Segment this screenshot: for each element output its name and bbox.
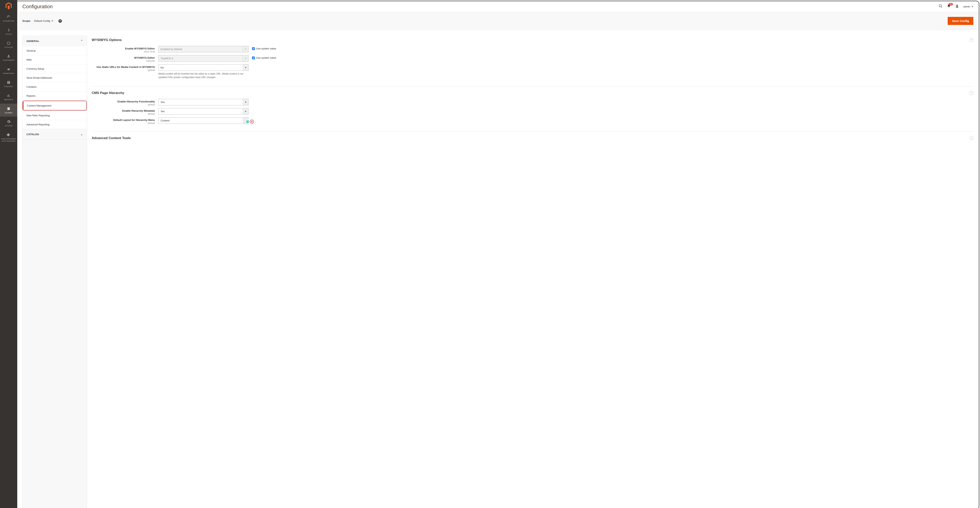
search-icon[interactable] (939, 4, 943, 9)
config-nav: GENERAL ⌃ General Web Currency Setup Sto… (22, 36, 87, 508)
collapse-icon: ⌃ (969, 38, 973, 42)
nav-label: SALES (6, 33, 12, 35)
scope-bar: Scope: Default Config ▼ ? Save Config (18, 12, 979, 30)
field-label: Enable Hierarchy Functionality (118, 100, 155, 103)
admin-user-label: admin (963, 5, 970, 8)
caret-down-icon: ▼ (971, 5, 973, 8)
nav-partners[interactable]: FIND PARTNERS & EXTENSIONS (1, 130, 17, 145)
section-header-wysiwyg[interactable]: WYSIWYG Options ⌃ (92, 36, 973, 46)
select-value: Yes (159, 101, 243, 104)
help-icon[interactable]: ? (59, 19, 62, 23)
person-icon (6, 54, 11, 59)
nav-label: MARKETING (3, 72, 14, 75)
field-label: WYSIWYG Editor (134, 56, 155, 59)
gear-icon (6, 119, 11, 124)
config-item-content-management[interactable]: Content Management (23, 101, 86, 110)
nav-stores[interactable]: STORES (1, 104, 17, 117)
nav-label: CONTENT (4, 86, 13, 88)
select-value: Yes (159, 110, 243, 113)
field-scope: [global] (92, 113, 155, 115)
field-wysiwyg-editor: WYSIWYG Editor [website] TinyMCE 4 ▼ Use… (92, 55, 973, 62)
chevron-down-icon: ⌄ (81, 133, 83, 136)
nav-system[interactable]: SYSTEM (1, 117, 17, 130)
caret-down-icon: ▼ (51, 20, 53, 22)
svg-line-1 (941, 7, 942, 8)
nav-dashboard[interactable]: DASHBOARD (1, 12, 17, 25)
nav-sales[interactable]: SALES (1, 25, 17, 38)
config-group-label: GENERAL (27, 40, 40, 43)
use-system-label: Use system value (256, 56, 276, 59)
enable-wysiwyg-select[interactable]: Enabled by Default ▼ (158, 46, 248, 53)
field-label: Enable Hierarchy Metadata (122, 109, 155, 112)
section-title: Advanced Content Tools (92, 136, 131, 140)
config-item-reports[interactable]: Reports (22, 91, 87, 100)
config-group-label: CATALOG (27, 133, 39, 136)
wysiwyg-editor-select[interactable]: TinyMCE 4 ▼ (158, 55, 248, 62)
layout-icon (6, 80, 11, 85)
caret-down-icon: ▼ (243, 108, 248, 114)
nav-label: SYSTEM (5, 125, 13, 127)
dollar-icon (6, 28, 11, 32)
svg-point-0 (939, 5, 942, 7)
config-item-advanced-reporting[interactable]: Advanced Reporting (22, 120, 87, 129)
chart-icon (6, 93, 11, 98)
expand-icon: ⌄ (969, 136, 973, 140)
puzzle-icon (6, 133, 11, 137)
section-header-advanced[interactable]: Advanced Content Tools ⌄ (92, 134, 973, 142)
admin-user-menu[interactable]: admin ▼ (963, 5, 973, 8)
enable-hierarchy-func-select[interactable]: Yes ▼ (158, 99, 248, 105)
admin-sidebar: DASHBOARD SALES CATALOG CUSTOMERS MARKET… (1, 1, 17, 508)
section-wysiwyg: WYSIWYG Options ⌃ Enable WYSIWYG Editor … (92, 36, 973, 86)
nav-label: CATALOG (4, 46, 13, 48)
config-item-store-email[interactable]: Store Email Addresses (22, 73, 87, 82)
widget-indicator-icon: ◉ (246, 120, 249, 123)
select-value: Content (159, 119, 243, 122)
config-item-contacts[interactable]: Contacts (22, 82, 87, 91)
magento-logo[interactable] (1, 1, 17, 12)
section-header-hierarchy[interactable]: CMS Page Hierarchy ⌃ (92, 89, 973, 99)
select-value: No (159, 66, 243, 69)
caret-down-icon: ▼ (243, 55, 248, 61)
section-title: WYSIWYG Options (92, 38, 122, 42)
nav-label: REPORTS (4, 99, 13, 101)
config-form: WYSIWYG Options ⌃ Enable WYSIWYG Editor … (92, 36, 973, 508)
default-layout-select[interactable]: Content ▼ (158, 117, 248, 124)
select-value: TinyMCE 4 (159, 57, 243, 60)
nav-label: DASHBOARD (3, 20, 14, 22)
chevron-up-icon: ⌃ (81, 40, 83, 43)
nav-content[interactable]: CONTENT (1, 77, 17, 91)
use-system-checkbox[interactable] (252, 47, 255, 50)
caret-down-icon: ▼ (243, 46, 248, 52)
account-icon[interactable] (955, 4, 959, 9)
config-group-general: GENERAL ⌃ General Web Currency Setup Sto… (22, 36, 87, 129)
select-value: Enabled by Default (159, 48, 243, 51)
config-item-currency[interactable]: Currency Setup (22, 64, 87, 73)
config-group-header-catalog[interactable]: CATALOG ⌄ (22, 129, 87, 139)
config-item-new-relic[interactable]: New Relic Reporting (22, 111, 87, 120)
config-item-web[interactable]: Web (22, 55, 87, 64)
config-group-header-general[interactable]: GENERAL ⌃ (22, 36, 87, 46)
save-config-button[interactable]: Save Config (948, 17, 973, 25)
config-item-general[interactable]: General (22, 46, 87, 55)
field-scope: [global] (92, 69, 155, 71)
magento-logo-icon (5, 2, 12, 10)
config-group-catalog: CATALOG ⌄ (22, 129, 87, 139)
field-scope: [store view] (92, 50, 155, 53)
megaphone-icon (6, 67, 11, 72)
collapse-icon: ⌃ (969, 91, 973, 95)
floating-widget[interactable]: ◉ 8 (245, 119, 255, 125)
scope-selector[interactable]: Default Config ▼ (33, 19, 54, 23)
notifications-icon[interactable]: 39 (947, 4, 951, 9)
use-system-checkbox[interactable] (252, 56, 255, 59)
nav-catalog[interactable]: CATALOG (1, 38, 17, 51)
nav-customers[interactable]: CUSTOMERS (1, 51, 17, 64)
nav-reports[interactable]: REPORTS (1, 91, 17, 104)
highlight-box: Content Management (22, 101, 87, 110)
nav-marketing[interactable]: MARKETING (1, 64, 17, 77)
caret-down-icon: ▼ (243, 99, 248, 105)
static-urls-select[interactable]: No ▼ (158, 64, 248, 71)
scope-label: Scope: (22, 19, 31, 22)
enable-hierarchy-meta-select[interactable]: Yes ▼ (158, 108, 248, 115)
field-default-layout: Default Layout for Hierarchy Menu [globa… (92, 117, 973, 124)
field-note: Media content will be inserted into the … (158, 72, 248, 79)
